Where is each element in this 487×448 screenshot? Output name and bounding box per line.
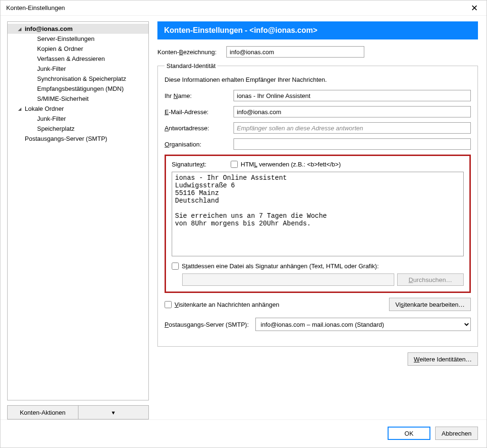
tree-item-label: Server-Einstellungen <box>37 35 95 42</box>
org-label: Organisation: <box>165 141 229 148</box>
identity-legend: Standard-Identität <box>165 62 217 69</box>
name-row: Ihr Name: <box>165 90 471 101</box>
file-attach-section: Stattdessen eine Datei als Signatur anhä… <box>172 263 464 286</box>
tree-item-label: Junk-Filter <box>37 115 66 122</box>
tree-item[interactable]: ◢Kopien & Ordner <box>8 44 148 54</box>
file-attach-checkbox[interactable] <box>172 263 179 270</box>
tree-item[interactable]: ◢Verfassen & Adressieren <box>8 54 148 64</box>
identity-fieldset: Standard-Identität Diese Informationen e… <box>157 62 478 347</box>
tree-item[interactable]: ◢info@ionas.com <box>8 24 148 34</box>
smtp-row: Postausgangs-Server (SMTP): info@ionas.c… <box>165 318 471 331</box>
reply-label: Antwortadresse: <box>165 125 229 132</box>
account-name-row: Konten-Bezeichnung: <box>157 46 478 58</box>
accounts-actions-button[interactable]: Konten-Aktionen <box>7 405 78 419</box>
email-label: E-Mail-Adresse: <box>165 108 229 116</box>
chevron-down-icon: ▾ <box>112 409 115 416</box>
tree-item-label: Verfassen & Adressieren <box>37 55 105 62</box>
tree-item-label: S/MIME-Sicherheit <box>37 95 88 102</box>
vcard-row: Visitenkarte an Nachrichten anhängen Vis… <box>165 298 471 311</box>
name-label: Ihr Name: <box>165 92 229 99</box>
org-row: Organisation: <box>165 138 471 150</box>
use-html-row: HTML verwenden (z.B.: <b>fett</b>) <box>231 161 341 168</box>
tree-item-label: Synchronisation & Speicherplatz <box>37 75 126 82</box>
accounts-actions: Konten-Aktionen ▾ <box>7 405 149 419</box>
tree-item[interactable]: ◢Server-Einstellungen <box>8 34 148 44</box>
tree-item-label: Junk-Filter <box>37 65 66 72</box>
smtp-label: Postausgangs-Server (SMTP): <box>165 321 249 328</box>
reply-input[interactable] <box>234 122 471 134</box>
tree-item[interactable]: ◢Postausgangs-Server (SMTP) <box>8 134 148 144</box>
dialog-buttons: OK Abbrechen <box>0 419 487 448</box>
accounts-actions-label: Konten-Aktionen <box>20 409 66 416</box>
file-attach-row: Stattdessen eine Datei als Signatur anhä… <box>172 263 464 270</box>
titlebar: Konten-Einstellungen ✕ <box>0 0 487 16</box>
email-row: E-Mail-Adresse: <box>165 106 471 117</box>
use-html-checkbox[interactable] <box>231 161 238 168</box>
file-attach-label: Stattdessen eine Datei als Signatur anhä… <box>182 263 379 270</box>
file-path-input <box>182 273 394 286</box>
tree-item-label: Postausgangs-Server (SMTP) <box>25 135 107 142</box>
signature-header: Signaturtext: HTML verwenden (z.B.: <b>f… <box>172 161 464 168</box>
twisty-down-icon: ◢ <box>18 27 23 31</box>
accounts-actions-dropdown[interactable]: ▾ <box>78 405 149 419</box>
signature-textarea[interactable] <box>172 172 464 256</box>
org-input[interactable] <box>234 138 471 150</box>
tree-item[interactable]: ◢Junk-Filter <box>8 114 148 124</box>
browse-button: Durchsuchen… <box>397 273 464 286</box>
more-identities-row: Weitere Identitäten… <box>157 352 478 366</box>
tree-item[interactable]: ◢Lokale Ordner <box>8 104 148 114</box>
tree-item-label: Empfangsbestätigungen (MDN) <box>37 85 124 92</box>
email-input[interactable] <box>234 106 471 117</box>
tree-item[interactable]: ◢S/MIME-Sicherheit <box>8 94 148 104</box>
vcard-attach-label: Visitenkarte an Nachrichten anhängen <box>175 301 279 308</box>
signature-label: Signaturtext: <box>172 161 225 168</box>
more-identities-button[interactable]: Weitere Identitäten… <box>408 352 478 366</box>
tree-item[interactable]: ◢Synchronisation & Speicherplatz <box>8 74 148 84</box>
smtp-select[interactable]: info@ionas.com – mail.ionas.com (Standar… <box>255 318 471 331</box>
tree-item[interactable]: ◢Speicherplatz <box>8 124 148 134</box>
cancel-button[interactable]: Abbrechen <box>435 427 478 440</box>
tree-item-label: info@ionas.com <box>25 25 73 32</box>
accounts-tree[interactable]: ◢info@ionas.com◢Server-Einstellungen◢Kop… <box>7 21 149 400</box>
sidebar: ◢info@ionas.com◢Server-Einstellungen◢Kop… <box>7 21 149 419</box>
vcard-edit-button[interactable]: Visitenkarte bearbeiten… <box>389 298 471 311</box>
account-settings-window: Konten-Einstellungen ✕ ◢info@ionas.com◢S… <box>0 0 487 448</box>
page-header: Konten-Einstellungen - <info@ionas.com> <box>157 21 478 39</box>
tree-item-label: Kopien & Ordner <box>37 45 83 52</box>
window-title: Konten-Einstellungen <box>6 4 65 11</box>
file-path-row: Durchsuchen… <box>182 273 464 286</box>
tree-item[interactable]: ◢Empfangsbestätigungen (MDN) <box>8 84 148 94</box>
tree-item-label: Lokale Ordner <box>25 105 64 112</box>
identity-desc: Diese Informationen erhalten Empfänger I… <box>165 76 471 83</box>
main-panel: Konten-Einstellungen - <info@ionas.com> … <box>157 21 480 419</box>
vcard-checkbox[interactable] <box>165 301 172 308</box>
tree-item[interactable]: ◢Junk-Filter <box>8 64 148 74</box>
account-name-input[interactable] <box>226 46 364 58</box>
content-area: ◢info@ionas.com◢Server-Einstellungen◢Kop… <box>0 16 487 419</box>
close-icon[interactable]: ✕ <box>467 3 482 13</box>
reply-row: Antwortadresse: <box>165 122 471 134</box>
ok-button[interactable]: OK <box>388 427 430 440</box>
use-html-label: HTML verwenden (z.B.: <b>fett</b>) <box>241 161 341 168</box>
vcard-attach-row: Visitenkarte an Nachrichten anhängen <box>165 301 279 308</box>
signature-highlight: Signaturtext: HTML verwenden (z.B.: <b>f… <box>165 155 471 293</box>
tree-item-label: Speicherplatz <box>37 125 75 132</box>
account-name-label: Konten-Bezeichnung: <box>157 49 222 56</box>
name-input[interactable] <box>234 90 471 101</box>
twisty-down-icon: ◢ <box>18 107 23 111</box>
